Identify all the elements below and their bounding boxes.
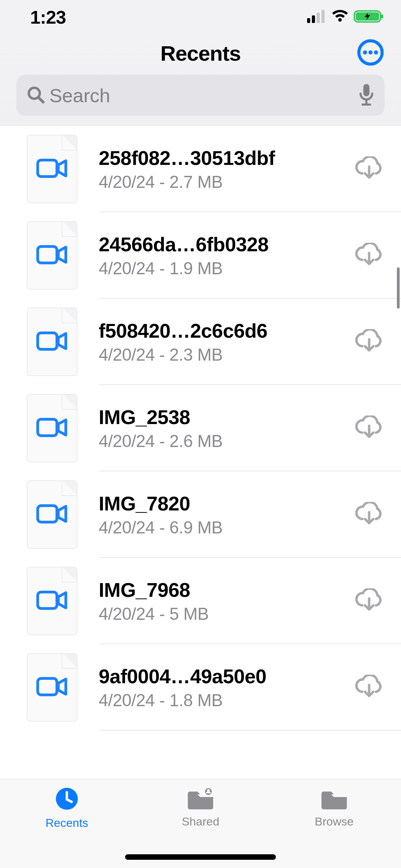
tab-label: Browse — [315, 815, 353, 828]
download-button[interactable] — [354, 499, 385, 530]
tab-recents[interactable]: Recents — [22, 787, 111, 868]
svg-point-9 — [368, 50, 373, 55]
status-time: 1:23 — [30, 7, 66, 28]
file-name: IMG_7820 — [99, 492, 345, 515]
cloud-download-icon — [354, 156, 384, 182]
file-info: IMG_7820 4/20/24 - 6.9 MB — [99, 492, 345, 538]
file-thumbnail — [27, 135, 77, 203]
svg-rect-6 — [381, 14, 383, 19]
file-info: f508420…2c6c6d6 4/20/24 - 2.3 MB — [99, 319, 345, 365]
svg-line-12 — [38, 97, 43, 102]
svg-rect-13 — [363, 84, 369, 96]
more-button[interactable] — [356, 39, 385, 67]
search-input[interactable] — [49, 84, 354, 107]
tab-label: Recents — [46, 816, 88, 830]
file-info: IMG_7968 4/20/24 - 5 MB — [99, 578, 345, 624]
file-row[interactable]: 258f082…30513dbf 4/20/24 - 2.7 MB — [0, 126, 401, 212]
video-icon — [36, 504, 68, 526]
file-name: IMG_7968 — [99, 578, 345, 601]
file-thumbnail — [27, 653, 77, 722]
tab-label: Shared — [182, 815, 219, 828]
file-row[interactable]: 9af0004…49a50e0 4/20/24 - 1.8 MB — [0, 644, 401, 731]
file-info: 9af0004…49a50e0 4/20/24 - 1.8 MB — [99, 665, 345, 710]
status-indicators — [307, 10, 385, 25]
file-name: 24566da…6fb0328 — [99, 233, 345, 256]
clock-icon — [55, 787, 79, 812]
svg-rect-3 — [321, 10, 325, 23]
file-row[interactable]: IMG_7968 4/20/24 - 5 MB — [0, 558, 401, 644]
cloud-download-icon — [354, 329, 384, 354]
file-row[interactable]: IMG_7820 4/20/24 - 6.9 MB — [0, 471, 401, 558]
video-icon — [36, 244, 68, 266]
cellular-icon — [307, 10, 326, 24]
video-icon — [36, 676, 68, 698]
search-field[interactable] — [16, 75, 385, 116]
microphone-icon — [358, 102, 375, 108]
file-name: f508420…2c6c6d6 — [99, 319, 345, 342]
scroll-indicator[interactable] — [397, 267, 400, 309]
file-row[interactable] — [0, 731, 401, 758]
svg-rect-18 — [38, 246, 57, 263]
download-button[interactable] — [354, 154, 385, 184]
video-icon — [36, 590, 68, 612]
svg-rect-24 — [38, 506, 57, 522]
file-thumbnail — [27, 480, 77, 549]
file-subtitle: 4/20/24 - 1.8 MB — [99, 690, 345, 710]
download-button[interactable] — [354, 240, 385, 271]
svg-rect-1 — [312, 15, 315, 23]
download-button[interactable] — [354, 672, 385, 703]
file-thumbnail — [27, 221, 77, 290]
file-thumbnail — [27, 308, 77, 376]
file-subtitle: 4/20/24 - 1.9 MB — [99, 258, 345, 278]
svg-rect-16 — [38, 160, 57, 177]
svg-rect-2 — [317, 13, 320, 23]
page-title: Recents — [160, 41, 241, 65]
video-icon — [36, 158, 68, 180]
svg-rect-26 — [38, 592, 57, 608]
file-row[interactable]: IMG_2538 4/20/24 - 2.6 MB — [0, 385, 401, 471]
dictate-button[interactable] — [358, 83, 375, 108]
file-info: 24566da…6fb0328 4/20/24 - 1.9 MB — [99, 233, 345, 278]
svg-point-10 — [374, 50, 378, 55]
folder-shared-icon — [186, 787, 215, 811]
file-name: 258f082…30513dbf — [99, 146, 345, 169]
folder-icon — [319, 787, 349, 811]
tab-browse[interactable]: Browse — [290, 787, 379, 868]
cloud-download-icon — [354, 415, 384, 441]
svg-rect-28 — [38, 678, 57, 695]
video-icon — [36, 331, 68, 353]
svg-point-8 — [363, 50, 367, 55]
tab-bar: Recents Shared Browse — [0, 779, 401, 868]
cloud-download-icon — [354, 243, 384, 268]
download-button[interactable] — [354, 413, 385, 444]
file-subtitle: 4/20/24 - 2.7 MB — [99, 172, 345, 192]
svg-rect-20 — [38, 333, 57, 349]
status-bar: 1:23 — [0, 0, 401, 34]
file-thumbnail — [27, 567, 77, 635]
file-info: IMG_2538 4/20/24 - 2.6 MB — [99, 406, 345, 451]
svg-rect-0 — [307, 18, 310, 23]
file-thumbnail — [27, 394, 77, 462]
cloud-download-icon — [354, 675, 384, 700]
search-icon — [26, 85, 45, 106]
video-icon — [36, 417, 68, 439]
file-subtitle: 4/20/24 - 6.9 MB — [99, 518, 345, 538]
svg-point-33 — [207, 789, 210, 792]
battery-charging-icon — [354, 10, 385, 25]
svg-rect-22 — [38, 419, 57, 436]
file-subtitle: 4/20/24 - 2.3 MB — [99, 345, 345, 365]
file-subtitle: 4/20/24 - 5 MB — [99, 604, 345, 624]
file-row[interactable]: f508420…2c6c6d6 4/20/24 - 2.3 MB — [0, 299, 401, 385]
file-name: IMG_2538 — [99, 406, 345, 429]
file-name: 9af0004…49a50e0 — [99, 665, 345, 688]
file-row[interactable]: 24566da…6fb0328 4/20/24 - 1.9 MB — [0, 212, 401, 299]
file-list[interactable]: 258f082…30513dbf 4/20/24 - 2.7 MB 24566d… — [0, 126, 401, 758]
cloud-download-icon — [354, 502, 384, 527]
download-button[interactable] — [354, 586, 385, 616]
download-button[interactable] — [354, 326, 385, 357]
header: Recents — [0, 34, 401, 126]
ellipsis-circle-icon — [357, 39, 384, 68]
home-indicator[interactable] — [125, 854, 276, 860]
file-info: 258f082…30513dbf 4/20/24 - 2.7 MB — [99, 146, 345, 192]
wifi-icon — [331, 10, 349, 24]
